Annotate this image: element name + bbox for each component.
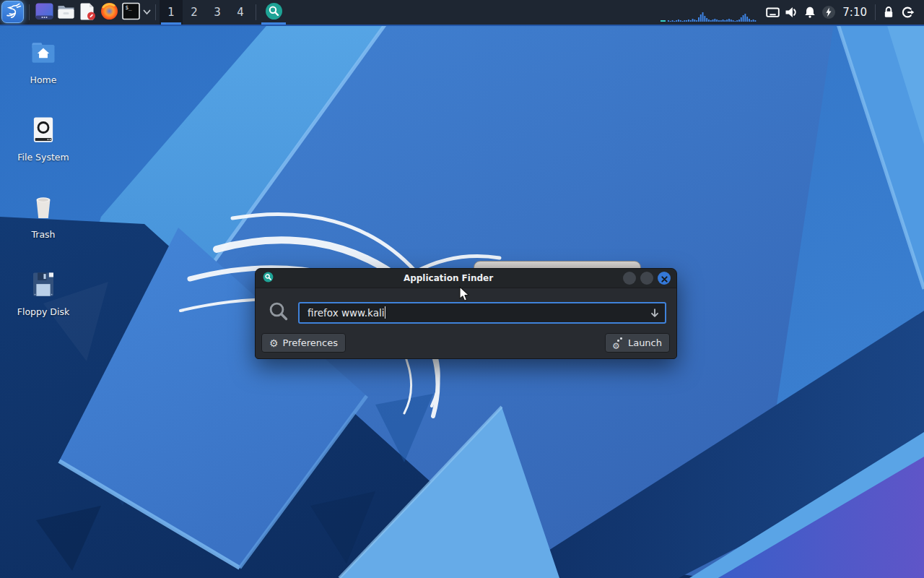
titlebar[interactable]: Application Finder: [256, 269, 676, 288]
application-finder-window: Application Finder: [255, 268, 677, 359]
run-icon: ⚙: [613, 337, 624, 348]
launcher-text-editor[interactable]: [77, 0, 98, 25]
window-title: Application Finder: [274, 273, 623, 283]
panel-accent-line: [0, 25, 924, 26]
workspace-label: 1: [167, 6, 175, 19]
close-button[interactable]: [658, 272, 671, 285]
search-icon: [268, 301, 289, 325]
display-icon[interactable]: [763, 0, 782, 25]
floppy-disk-icon: [28, 269, 58, 303]
workspace-button-2[interactable]: 2: [183, 0, 206, 25]
application-finder-icon: [265, 2, 283, 23]
firefox-icon: [100, 1, 119, 24]
preferences-button[interactable]: ⚙ Preferences: [261, 333, 346, 353]
button-row: ⚙ Preferences ⚙ Launch: [256, 333, 676, 353]
panel-separator: [875, 4, 876, 20]
cpu-graph[interactable]: [661, 0, 759, 25]
application-finder-icon-small: [263, 272, 274, 285]
desktop-icon-home[interactable]: Home: [13, 38, 74, 85]
desktop: $_ 1 2 3 4: [0, 0, 924, 578]
desktop-icon-label: Home: [30, 74, 57, 85]
panel-separator: [29, 4, 30, 20]
maximize-button[interactable]: [640, 272, 653, 285]
folder-icon: [56, 1, 76, 24]
clock[interactable]: 7:10: [838, 6, 871, 19]
kali-menu-button[interactable]: [1, 1, 24, 23]
desktop-icon-grid: Home File System: [13, 38, 74, 317]
desktop-icon-label: File System: [17, 152, 69, 163]
launcher-file-manager[interactable]: [55, 0, 77, 25]
lock-icon[interactable]: [879, 0, 898, 25]
volume-icon[interactable]: [782, 0, 801, 25]
launcher-terminal[interactable]: $_: [120, 0, 141, 25]
dashboard-icon: [35, 1, 54, 24]
search-input[interactable]: [298, 302, 666, 324]
notifications-bell-icon[interactable]: [801, 0, 819, 25]
desktop-icon-label: Floppy Disk: [17, 306, 69, 317]
launch-label: Launch: [628, 337, 662, 348]
panel-separator: [256, 4, 256, 20]
close-icon: [661, 272, 668, 285]
search-row: [256, 301, 676, 325]
launcher-dashboard[interactable]: [33, 0, 55, 25]
terminal-prompt-glyph: $_: [125, 4, 132, 11]
launcher-dropdown-chevron[interactable]: [141, 0, 152, 25]
launcher-firefox[interactable]: [98, 0, 120, 25]
desktop-icon-trash[interactable]: Trash: [13, 192, 74, 240]
workspace-button-4[interactable]: 4: [229, 0, 252, 25]
workspace-button-1[interactable]: 1: [160, 0, 183, 25]
preferences-label: Preferences: [283, 337, 338, 348]
launch-button[interactable]: ⚙ Launch: [605, 333, 670, 353]
panel-separator: [155, 4, 156, 20]
minimize-button[interactable]: [623, 272, 636, 285]
document-icon: [78, 1, 97, 24]
home-folder-icon: [27, 38, 59, 71]
power-manager-icon[interactable]: [819, 0, 838, 25]
workspace-label: 3: [214, 6, 221, 19]
text-caret: [385, 306, 385, 319]
trash-icon: [28, 192, 58, 225]
top-panel: $_ 1 2 3 4: [0, 0, 924, 26]
desktop-icon-floppy-disk[interactable]: Floppy Disk: [13, 269, 74, 317]
taskbar-application-finder[interactable]: [260, 0, 287, 25]
workspace-label: 4: [237, 6, 244, 19]
terminal-icon: $_: [121, 1, 141, 24]
desktop-icon-file-system[interactable]: File System: [13, 115, 74, 163]
workspace-button-3[interactable]: 3: [206, 0, 229, 25]
desktop-icon-label: Trash: [31, 229, 55, 240]
workspace-label: 2: [191, 6, 198, 19]
logout-icon[interactable]: [898, 0, 917, 25]
gear-icon: ⚙: [269, 338, 279, 348]
dropdown-arrow-icon[interactable]: [649, 307, 661, 322]
drive-icon: [28, 115, 58, 148]
kali-dragon-icon: [4, 2, 22, 22]
